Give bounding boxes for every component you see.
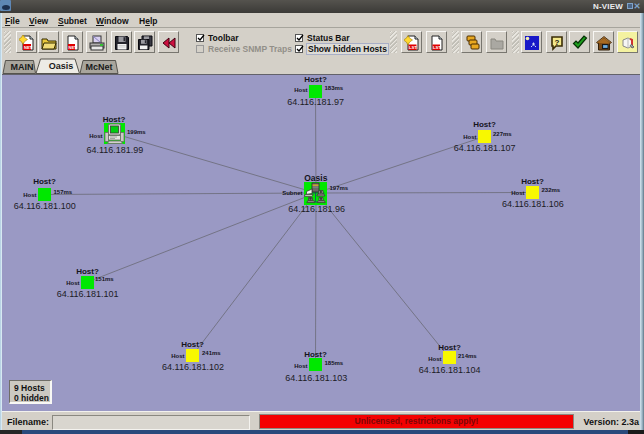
svg-text:LST: LST xyxy=(409,45,417,50)
svg-text:LST: LST xyxy=(433,45,441,50)
svg-text:NET: NET xyxy=(24,45,33,50)
svg-text:NET: NET xyxy=(69,45,78,50)
svg-text:?: ? xyxy=(555,38,560,47)
